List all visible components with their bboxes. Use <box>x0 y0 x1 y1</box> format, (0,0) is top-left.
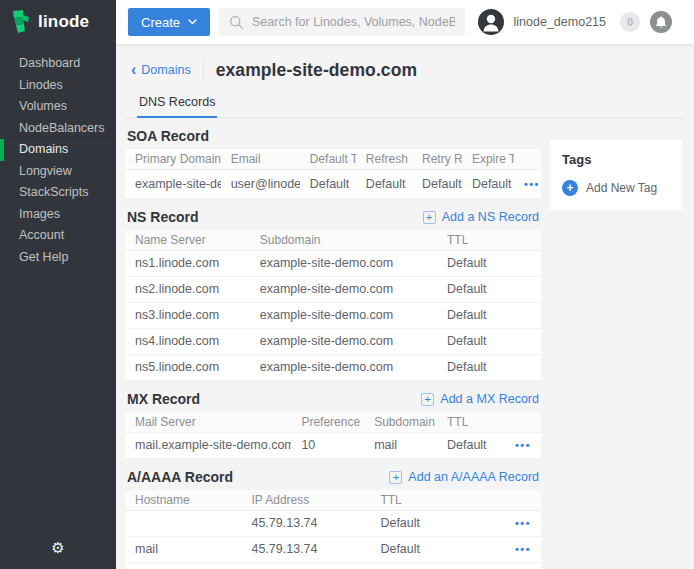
column-header-expire-time: Expire Time <box>462 149 514 170</box>
row-actions-ellipsis-icon[interactable]: ••• <box>524 178 540 190</box>
add-a-record-link[interactable]: +Add an A/AAAA Record <box>389 470 539 484</box>
sidebar-footer: ⚙ <box>0 525 116 569</box>
table-cell: Default <box>437 329 541 355</box>
section-title: NS Record <box>127 209 199 225</box>
linode-logo-icon <box>11 10 32 34</box>
row-actions-ellipsis-icon[interactable]: ••• <box>515 439 531 451</box>
search-bar[interactable] <box>219 8 465 36</box>
add-record-label: Add a MX Record <box>440 392 539 406</box>
add-new-tag-button[interactable]: + Add New Tag <box>562 180 670 196</box>
column-header-name-server: Name Server <box>125 230 250 251</box>
table-cell: Default <box>437 303 541 329</box>
table-cell: Default <box>412 170 462 199</box>
column-header-ip-address: IP Address <box>241 490 370 511</box>
column-header-subdomain: Subdomain <box>364 412 437 433</box>
table-row: www45.79.13.74Default••• <box>125 563 541 569</box>
table-cell <box>125 511 241 537</box>
table-cell: Default <box>356 170 412 199</box>
table-cell: Default <box>437 277 541 303</box>
table-cell: Default <box>370 511 499 537</box>
table-cell: 45.79.13.74 <box>241 563 370 569</box>
table-cell: Default <box>437 433 499 459</box>
table-cell: Default <box>437 251 541 277</box>
ns-record-table: Name ServerSubdomainTTLns1.linode.comexa… <box>125 230 541 381</box>
table-cell: ns3.linode.com <box>125 303 250 329</box>
row-actions-cell: ••• <box>514 170 541 199</box>
app-window: linode DashboardLinodesVolumesNodeBalanc… <box>0 0 694 569</box>
table-cell: 45.79.13.74 <box>241 537 370 563</box>
settings-gear-icon[interactable]: ⚙ <box>51 540 64 555</box>
tabs-bar: DNS Records <box>125 90 682 118</box>
column-header-mail-server: Mail Server <box>125 412 291 433</box>
breadcrumb-back-link[interactable]: ‹ Domains <box>125 63 191 77</box>
a-record-table: HostnameIP AddressTTL45.79.13.74Default•… <box>125 490 541 569</box>
user-area: linode_demo215 0 <box>478 9 672 35</box>
column-header-refresh-rate: Refresh Rate <box>356 149 412 170</box>
sidebar-item-longview[interactable]: Longview <box>0 161 116 183</box>
tags-column: Tags + Add New Tag <box>550 118 682 569</box>
table-cell: Default <box>370 537 499 563</box>
column-header-actions <box>499 490 541 511</box>
section-mx: MX Record+Add a MX RecordMail ServerPref… <box>125 391 541 459</box>
breadcrumb-back-label: Domains <box>141 63 190 77</box>
table-cell: ns1.linode.com <box>125 251 250 277</box>
table-cell: example-site-demo.com <box>250 303 437 329</box>
column-header-ttl: TTL <box>437 230 541 251</box>
table-row: mail45.79.13.74Default••• <box>125 537 541 563</box>
notification-count-badge[interactable]: 0 <box>620 12 640 32</box>
sidebar-item-get-help[interactable]: Get Help <box>0 247 116 269</box>
notifications-bell-icon[interactable] <box>650 11 672 33</box>
sidebar-item-dashboard[interactable]: Dashboard <box>0 53 116 75</box>
section-title: A/AAAA Record <box>127 469 233 485</box>
username[interactable]: linode_demo215 <box>514 15 606 29</box>
row-actions-ellipsis-icon[interactable]: ••• <box>515 543 531 555</box>
sidebar-item-linodes[interactable]: Linodes <box>0 75 116 97</box>
sidebar-item-stackscripts[interactable]: StackScripts <box>0 182 116 204</box>
linode-logo[interactable]: linode <box>0 0 116 44</box>
table-cell: example-site-demo.com <box>250 251 437 277</box>
tab-dns-records[interactable]: DNS Records <box>137 90 217 118</box>
column-header-actions <box>499 412 541 433</box>
row-actions-ellipsis-icon[interactable]: ••• <box>515 517 531 529</box>
column-header-preference: Preference <box>291 412 364 433</box>
sidebar-item-account[interactable]: Account <box>0 225 116 247</box>
sidebar-item-images[interactable]: Images <box>0 204 116 226</box>
page-content: ‹ Domains example-site-demo.com DNS Reco… <box>116 44 694 569</box>
table-cell: Default <box>462 170 514 199</box>
header-row: Name ServerSubdomainTTL <box>125 230 541 251</box>
breadcrumb: ‹ Domains example-site-demo.com <box>125 57 682 83</box>
table-row: ns5.linode.comexample-site-demo.comDefau… <box>125 355 541 381</box>
add-ns-record-link[interactable]: +Add a NS Record <box>423 210 539 224</box>
column-header-retry-rate: Retry Rate <box>412 149 462 170</box>
table-cell: Default <box>300 170 356 199</box>
header-row: HostnameIP AddressTTL <box>125 490 541 511</box>
section-title: MX Record <box>127 391 200 407</box>
sidebar-item-volumes[interactable]: Volumes <box>0 96 116 118</box>
search-input[interactable] <box>252 15 455 29</box>
table-cell: example-site-demo.com <box>250 277 437 303</box>
add-record-plus-icon: + <box>423 211 436 224</box>
column-header-hostname: Hostname <box>125 490 241 511</box>
tags-panel-title: Tags <box>562 152 670 167</box>
user-avatar-icon[interactable] <box>478 9 504 35</box>
topbar: Create linode_demo215 0 <box>116 0 694 44</box>
content-columns: SOA RecordPrimary DomainEmailDefault TTL… <box>125 118 682 569</box>
mx-record-table: Mail ServerPreferenceSubdomainTTLmail.ex… <box>125 412 541 459</box>
record-sections: SOA RecordPrimary DomainEmailDefault TTL… <box>125 118 541 569</box>
table-cell: 10 <box>291 433 364 459</box>
tags-panel: Tags + Add New Tag <box>550 140 682 210</box>
row-actions-cell: ••• <box>499 433 541 459</box>
create-button[interactable]: Create <box>128 8 210 36</box>
table-cell: Default <box>370 563 499 569</box>
table-cell: www <box>125 563 241 569</box>
column-header-actions <box>514 149 541 170</box>
section-ns: NS Record+Add a NS RecordName ServerSubd… <box>125 209 541 381</box>
add-mx-record-link[interactable]: +Add a MX Record <box>421 392 539 406</box>
column-header-subdomain: Subdomain <box>250 230 437 251</box>
table-cell: mail <box>364 433 437 459</box>
sidebar-item-nodebalancers[interactable]: NodeBalancers <box>0 118 116 140</box>
section-a: A/AAAA Record+Add an A/AAAA RecordHostna… <box>125 469 541 569</box>
table-cell: mail.example-site-demo.com <box>125 433 291 459</box>
table-cell: ns5.linode.com <box>125 355 250 381</box>
sidebar-item-domains[interactable]: Domains <box>0 139 116 161</box>
